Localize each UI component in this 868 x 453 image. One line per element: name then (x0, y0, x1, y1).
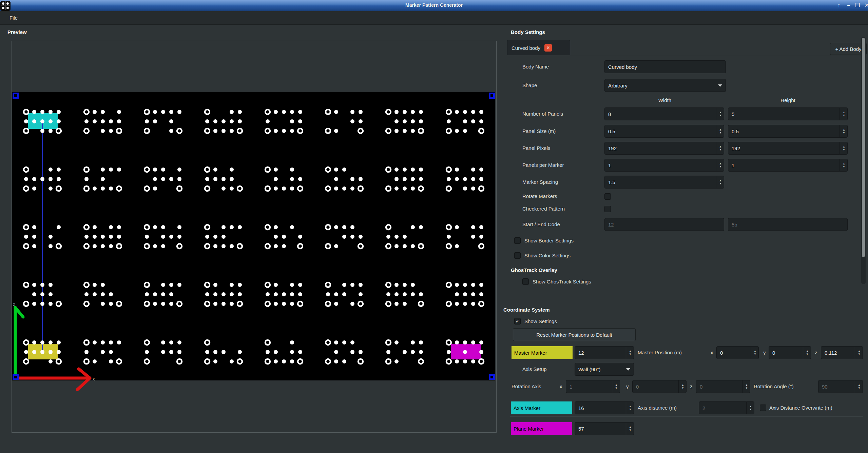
close-button[interactable]: ✕ (863, 1, 868, 9)
master-z-spinbox[interactable]: 0.112 (821, 346, 863, 359)
start-code-input[interactable]: 12 (604, 218, 724, 231)
marker-1-2[interactable] (144, 167, 182, 191)
preview-canvas[interactable]: zx (12, 92, 495, 380)
spin-arrows-icon[interactable] (626, 402, 632, 414)
panel-size-height-spinbox[interactable]: 0.5 (728, 125, 848, 138)
panel-pixels-height-spinbox[interactable]: 192 (728, 142, 848, 155)
marker-4-4[interactable] (265, 340, 303, 364)
number-of-panels-width-spinbox[interactable]: 8 (604, 107, 724, 120)
master-y-spinbox[interactable]: 0 (769, 346, 811, 359)
show-color-settings-checkbox[interactable] (514, 252, 521, 259)
marker-4-5[interactable] (326, 340, 363, 364)
show-settings-checkbox[interactable] (514, 318, 521, 324)
number-of-panels-height-spinbox[interactable]: 5 (728, 107, 848, 120)
marker-1-4[interactable] (265, 167, 303, 191)
show-ghostrack-settings-checkbox[interactable] (522, 278, 529, 285)
rotation-y-spinbox[interactable]: 0 (632, 380, 687, 393)
marker-spacing-spinbox[interactable]: 1.5 (604, 176, 724, 189)
master-x-spinbox[interactable]: 0 (716, 346, 759, 359)
spin-arrows-icon[interactable] (612, 380, 618, 393)
master-marker-spinbox[interactable]: 12 (575, 346, 634, 359)
spin-arrows-icon[interactable] (742, 380, 748, 393)
spin-arrows-icon[interactable] (716, 176, 722, 188)
marker-1-7[interactable] (446, 167, 484, 191)
app-icon[interactable] (0, 1, 11, 11)
spin-arrows-icon[interactable] (751, 347, 756, 359)
axis-distance-overwrite-checkbox[interactable] (760, 405, 766, 411)
spin-arrows-icon[interactable] (855, 347, 861, 359)
marker-1-3[interactable] (205, 167, 242, 191)
marker-2-6[interactable] (386, 225, 423, 249)
marker-1-6[interactable] (386, 167, 423, 191)
tab-close-icon[interactable] (544, 44, 552, 52)
panel-size-width-spinbox[interactable]: 0.5 (604, 125, 724, 138)
spin-arrows-icon[interactable] (678, 380, 684, 393)
rotation-z-spinbox[interactable]: 0 (696, 380, 750, 393)
marker-1-5[interactable] (326, 167, 363, 191)
plane-marker-spinbox[interactable]: 57 (575, 422, 634, 435)
marker-0-3[interactable] (205, 110, 242, 133)
marker-2-4[interactable] (265, 225, 303, 249)
panels-per-marker-height-spinbox[interactable]: 1 (728, 159, 848, 172)
spin-arrows-icon[interactable] (716, 142, 722, 154)
shade-button[interactable]: ↑ (835, 1, 843, 9)
marker-2-2[interactable] (144, 225, 182, 249)
marker-4-3[interactable] (205, 340, 242, 364)
spin-arrows-icon[interactable] (855, 380, 861, 393)
spin-arrows-icon[interactable] (716, 125, 722, 137)
body-name-input[interactable]: Curved body (604, 60, 726, 73)
marker-4-6[interactable] (386, 340, 423, 364)
marker-3-4[interactable] (265, 282, 303, 306)
show-border-settings-checkbox[interactable] (514, 237, 521, 244)
menu-file[interactable]: File (7, 11, 20, 24)
marker-3-0[interactable] (24, 282, 61, 306)
marker-2-5[interactable] (326, 225, 363, 249)
settings-scrollbar-thumb[interactable] (862, 38, 865, 257)
tab-curved-body[interactable]: Curved body (507, 40, 570, 55)
marker-0-2[interactable] (144, 110, 182, 133)
end-code-input[interactable]: 5b (728, 218, 848, 231)
spin-arrows-icon[interactable] (746, 402, 752, 414)
checkered-pattern-checkbox[interactable] (604, 206, 611, 212)
marker-3-1[interactable] (84, 282, 121, 306)
panel-pixels-width-spinbox[interactable]: 192 (604, 142, 724, 155)
marker-3-3[interactable] (205, 282, 242, 306)
rotation-x-spinbox[interactable]: 1 (566, 380, 620, 393)
axis-setup-dropdown[interactable]: Wall (90°) (575, 363, 634, 376)
marker-2-1[interactable] (84, 225, 121, 249)
spin-arrows-icon[interactable] (803, 347, 809, 359)
selection-handle[interactable] (489, 93, 495, 99)
shape-dropdown[interactable]: Arbitrary (604, 79, 726, 92)
selection-handle[interactable] (489, 374, 495, 380)
selection-handle[interactable] (13, 93, 19, 99)
spin-arrows-icon[interactable] (626, 422, 632, 435)
spin-arrows-icon[interactable] (716, 159, 722, 171)
marker-0-4[interactable] (265, 110, 303, 133)
marker-3-2[interactable] (144, 282, 182, 306)
marker-0-5[interactable] (326, 110, 363, 133)
restore-button[interactable]: ❐ (853, 1, 862, 9)
marker-1-1[interactable] (84, 167, 121, 191)
rotation-angle-spinbox[interactable]: 90 (818, 380, 863, 393)
marker-3-6[interactable] (386, 282, 423, 306)
marker-3-5[interactable] (326, 282, 363, 306)
marker-0-6[interactable] (386, 110, 423, 133)
axis-marker-spinbox[interactable]: 16 (575, 401, 634, 414)
spin-arrows-icon[interactable] (840, 125, 845, 137)
spin-arrows-icon[interactable] (840, 108, 845, 120)
spin-arrows-icon[interactable] (840, 142, 845, 154)
marker-4-2[interactable] (144, 340, 182, 364)
reset-marker-positions-button[interactable]: Reset Marker Positions to Default (513, 328, 636, 341)
spin-arrows-icon[interactable] (840, 159, 845, 171)
spin-arrows-icon[interactable] (716, 108, 722, 120)
spin-arrows-icon[interactable] (626, 347, 632, 359)
rotate-markers-checkbox[interactable] (604, 193, 611, 200)
marker-0-7[interactable] (446, 110, 484, 133)
marker-2-7[interactable] (446, 225, 484, 249)
minimize-button[interactable]: – (845, 1, 853, 9)
selection-handle[interactable] (13, 374, 19, 380)
axis-distance-spinbox[interactable]: 2 (699, 401, 754, 414)
panels-per-marker-width-spinbox[interactable]: 1 (604, 159, 724, 172)
marker-4-1[interactable] (84, 340, 121, 364)
marker-3-7[interactable] (446, 282, 484, 306)
